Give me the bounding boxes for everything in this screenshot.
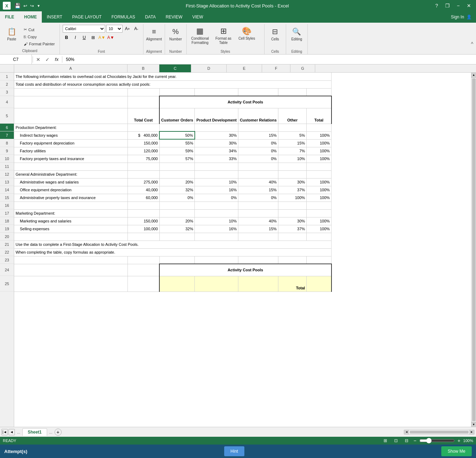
cell-c8[interactable]: 55%	[159, 139, 195, 147]
cell-e25[interactable]	[238, 276, 278, 292]
cell-g19[interactable]: 100%	[307, 225, 332, 233]
cell-b11[interactable]	[128, 163, 159, 170]
tab-data[interactable]: DATA	[140, 11, 160, 23]
cell-g8[interactable]: 100%	[307, 139, 332, 147]
ribbon-collapse-btn[interactable]: ^	[468, 40, 476, 48]
cell-c10[interactable]: 57%	[159, 155, 195, 163]
cell-e7[interactable]: 15%	[238, 131, 278, 139]
cell-b3[interactable]	[128, 88, 159, 96]
row-num-22[interactable]: 22	[0, 248, 14, 256]
cell-f16[interactable]	[278, 202, 307, 209]
row-num-23[interactable]: 23	[0, 256, 14, 264]
cell-c24-header[interactable]: Activity Cost Pools	[159, 264, 332, 276]
row-num-11[interactable]: 11	[0, 163, 14, 170]
name-box[interactable]	[0, 55, 32, 64]
cell-e8[interactable]: 0%	[238, 139, 278, 147]
cell-c17[interactable]	[159, 209, 195, 217]
row-num-19[interactable]: 19	[0, 225, 14, 233]
cell-d8[interactable]: 30%	[195, 139, 238, 147]
fill-color-btn[interactable]: A▼	[98, 34, 106, 41]
cell-b15[interactable]: 60,000	[128, 194, 159, 202]
cell-b19[interactable]: 100,000	[128, 225, 159, 233]
sign-in[interactable]: Sign In 👤	[451, 11, 476, 23]
zoom-plus-btn[interactable]: +	[458, 438, 460, 443]
cell-g18[interactable]: 100%	[307, 217, 332, 225]
cell-a8[interactable]: Factory equipment depreciation	[14, 139, 128, 147]
cell-b7[interactable]: $ 400,000	[128, 131, 159, 139]
cell-d5[interactable]: Product Development	[195, 108, 238, 124]
cell-e9[interactable]: 0%	[238, 147, 278, 155]
cell-a2[interactable]: Total costs and distribution of resource…	[14, 80, 332, 88]
borders-btn[interactable]: ⊞	[89, 34, 97, 41]
tab-review[interactable]: REVIEW	[161, 11, 187, 23]
cell-b13[interactable]: 275,000	[128, 178, 159, 186]
cell-f6[interactable]	[278, 124, 307, 131]
cell-g10[interactable]: 100%	[307, 155, 332, 163]
cell-f23[interactable]	[278, 256, 307, 264]
col-header-e[interactable]: E	[227, 64, 262, 72]
cell-e13[interactable]: 40%	[238, 178, 278, 186]
cell-c3[interactable]	[159, 88, 195, 96]
row-num-9[interactable]: 9	[0, 147, 14, 155]
h-scroll-left-btn[interactable]: ◄	[404, 430, 409, 434]
cell-f25[interactable]: Total	[278, 276, 307, 292]
cell-d15[interactable]: 0%	[195, 194, 238, 202]
cell-b8[interactable]: 150,000	[128, 139, 159, 147]
tab-page-layout[interactable]: PAGE LAYOUT	[67, 11, 107, 23]
col-header-c[interactable]: C	[159, 64, 191, 72]
row-num-3[interactable]: 3	[0, 88, 14, 96]
cell-a23[interactable]	[14, 256, 128, 264]
cell-g13[interactable]: 100%	[307, 178, 332, 186]
tab-formulas[interactable]: FORMULAS	[107, 11, 140, 23]
cell-g16[interactable]	[307, 202, 332, 209]
cell-b17[interactable]	[128, 209, 159, 217]
cell-e18[interactable]: 40%	[238, 217, 278, 225]
cell-b6[interactable]	[128, 124, 159, 131]
cell-b25[interactable]	[128, 276, 159, 292]
cell-e5[interactable]: Customer Relations	[238, 108, 278, 124]
cell-f20[interactable]	[278, 233, 307, 241]
cell-f12[interactable]	[278, 170, 307, 178]
undo-btn[interactable]: ↩	[22, 2, 28, 9]
cell-a4[interactable]	[14, 96, 128, 108]
bold-btn[interactable]: B	[63, 34, 70, 41]
cell-styles-btn[interactable]: 🎨 Cell Styles	[236, 25, 257, 45]
col-header-a[interactable]: A	[14, 64, 128, 72]
cell-c14[interactable]: 32%	[159, 186, 195, 194]
cell-c9[interactable]: 59%	[159, 147, 195, 155]
formula-input[interactable]	[63, 55, 476, 64]
row-num-20[interactable]: 20	[0, 233, 14, 241]
cell-d9[interactable]: 34%	[195, 147, 238, 155]
format-painter-btn[interactable]: 🖌 Format Painter	[22, 41, 57, 47]
row-num-15[interactable]: 15	[0, 194, 14, 202]
row-num-6[interactable]: 6	[0, 124, 14, 131]
page-layout-view-btn[interactable]: ⊡	[392, 437, 400, 444]
row-num-12[interactable]: 12	[0, 170, 14, 178]
cell-g6[interactable]	[307, 124, 332, 131]
cell-a16[interactable]	[14, 202, 128, 209]
cell-a19[interactable]: Selling expenses	[14, 225, 128, 233]
cell-d20[interactable]	[195, 233, 238, 241]
col-header-g[interactable]: G	[290, 64, 315, 72]
cell-g11[interactable]	[307, 163, 332, 170]
cancel-formula-btn[interactable]: ✕	[34, 55, 43, 64]
row-num-24[interactable]: 24	[0, 264, 14, 276]
cell-c15[interactable]: 0%	[159, 194, 195, 202]
cell-e11[interactable]	[238, 163, 278, 170]
restore-down-btn[interactable]: ❐	[443, 2, 452, 9]
cell-b9[interactable]: 120,000	[128, 147, 159, 155]
cell-f11[interactable]	[278, 163, 307, 170]
copy-btn[interactable]: ⎘ Copy	[22, 34, 57, 40]
cell-d7[interactable]: 30%	[195, 131, 238, 139]
sheet-nav-first[interactable]: |◄	[1, 429, 8, 435]
cell-c18[interactable]: 20%	[159, 217, 195, 225]
cell-a15[interactable]: Administrative property taxes and insura…	[14, 194, 128, 202]
confirm-formula-btn[interactable]: ✓	[43, 55, 52, 64]
cell-e20[interactable]	[238, 233, 278, 241]
paste-btn[interactable]: 📋 Paste	[3, 25, 21, 45]
tab-file[interactable]: FILE	[0, 11, 19, 23]
cell-b24[interactable]	[128, 264, 159, 276]
cell-c25[interactable]	[159, 276, 195, 292]
number-btn[interactable]: % Number	[168, 25, 183, 45]
cell-g14[interactable]: 100%	[307, 186, 332, 194]
